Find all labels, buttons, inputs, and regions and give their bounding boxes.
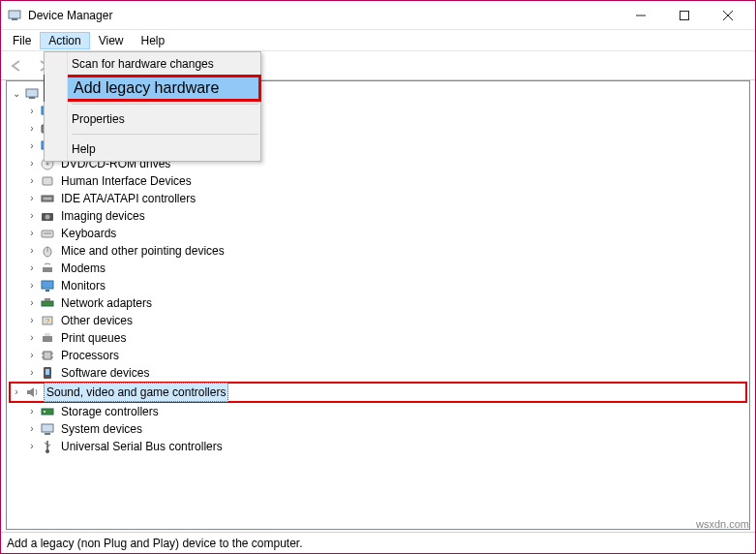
usb-icon [40, 439, 55, 454]
computer-root-icon [24, 86, 40, 102]
status-bar: Add a legacy (non Plug and Play) device … [1, 532, 755, 553]
maximize-button[interactable] [662, 2, 706, 29]
svg-rect-43 [42, 424, 53, 432]
printer-icon [40, 330, 55, 346]
svg-rect-28 [42, 301, 53, 306]
expand-icon[interactable]: › [26, 332, 38, 344]
svg-rect-16 [43, 177, 52, 185]
menu-help-item[interactable]: Help [45, 138, 260, 161]
window-title: Device Manager [28, 9, 619, 22]
tree-item-monitors[interactable]: ›Monitors [9, 277, 747, 294]
menu-bar: File Action View Help [1, 30, 755, 51]
expand-icon[interactable]: › [26, 406, 38, 417]
minimize-button[interactable] [619, 2, 662, 29]
svg-point-45 [45, 449, 49, 453]
storage-icon [40, 404, 55, 419]
svg-rect-26 [42, 281, 53, 289]
back-button[interactable] [7, 55, 28, 77]
tree-item-mice[interactable]: ›Mice and other pointing devices [9, 242, 747, 260]
menu-action[interactable]: Action [40, 32, 89, 49]
expand-icon[interactable]: › [26, 280, 38, 292]
tree-item-sound-label: Sound, video and game controllers [44, 383, 228, 402]
dropdown-separator [72, 104, 258, 105]
menu-properties[interactable]: Properties [45, 108, 260, 131]
svg-rect-40 [45, 369, 49, 375]
expand-icon[interactable]: › [26, 297, 38, 309]
system-icon [40, 421, 55, 437]
expand-icon[interactable]: › [26, 158, 38, 169]
tree-item-processors[interactable]: ›Processors [9, 347, 747, 364]
expand-icon[interactable]: › [26, 441, 38, 452]
tree-item-imaging[interactable]: ›Imaging devices [9, 207, 747, 225]
collapse-icon[interactable]: ⌄ [11, 88, 22, 100]
svg-rect-33 [45, 333, 50, 336]
svg-rect-0 [9, 11, 20, 18]
app-icon [7, 8, 22, 23]
tree-item-software[interactable]: ›Software devices [9, 364, 747, 382]
svg-rect-1 [12, 18, 17, 20]
svg-rect-27 [45, 290, 49, 292]
menu-add-legacy-highlight: Add legacy hardware [44, 75, 261, 102]
title-bar: Device Manager [1, 1, 755, 30]
tree-item-ide[interactable]: ›IDE ATA/ATAPI controllers [9, 190, 747, 207]
svg-rect-44 [45, 433, 50, 435]
svg-rect-7 [29, 97, 35, 99]
status-text: Add a legacy (non Plug and Play) device … [7, 537, 303, 550]
close-button[interactable] [706, 2, 749, 29]
tree-item-modems[interactable]: ›Modems [9, 260, 747, 277]
svg-rect-25 [43, 267, 52, 272]
tree-item-sound[interactable]: › Sound, video and game controllers [11, 384, 228, 401]
tree-item-other[interactable]: ›?Other devices [9, 312, 747, 329]
tree-item-usb[interactable]: ›Universal Serial Bus controllers [9, 438, 747, 455]
svg-rect-3 [680, 11, 688, 19]
svg-point-15 [46, 163, 49, 166]
expand-icon[interactable]: › [26, 140, 38, 152]
svg-rect-32 [43, 336, 52, 342]
modem-icon [40, 261, 55, 276]
svg-text:?: ? [45, 317, 50, 325]
menu-help[interactable]: Help [133, 32, 174, 49]
menu-view[interactable]: View [90, 32, 133, 49]
watermark: wsxdn.com [696, 518, 749, 530]
expand-icon[interactable]: › [26, 210, 38, 222]
svg-rect-18 [44, 198, 51, 200]
menu-file[interactable]: File [4, 32, 40, 49]
mouse-icon [40, 243, 55, 259]
expand-icon[interactable]: › [11, 386, 22, 398]
expand-icon[interactable]: › [26, 245, 38, 257]
expand-icon[interactable]: › [26, 123, 38, 135]
tree-item-network[interactable]: ›Network adapters [9, 294, 747, 312]
tree-item-system[interactable]: ›System devices [9, 420, 747, 438]
expand-icon[interactable]: › [26, 350, 38, 361]
expand-icon[interactable]: › [26, 106, 38, 117]
tree-item-print-queues[interactable]: ›Print queues [9, 329, 747, 347]
svg-rect-6 [26, 89, 38, 97]
menu-scan-hardware[interactable]: Scan for hardware changes [45, 52, 260, 76]
svg-point-20 [45, 215, 50, 220]
expand-icon[interactable]: › [26, 175, 38, 187]
svg-rect-29 [45, 298, 50, 301]
expand-icon[interactable]: › [26, 193, 38, 204]
expand-icon[interactable]: › [26, 228, 38, 239]
expand-icon[interactable]: › [26, 262, 38, 274]
dropdown-separator [72, 134, 258, 135]
expand-icon[interactable]: › [26, 367, 38, 379]
ide-icon [40, 191, 55, 206]
other-icon: ? [40, 313, 55, 328]
expand-icon[interactable]: › [26, 315, 38, 326]
camera-icon [40, 208, 55, 224]
tree-item-keyboards[interactable]: ›Keyboards [9, 225, 747, 242]
tree-item-hid[interactable]: ›Human Interface Devices [9, 172, 747, 190]
monitor-icon [40, 278, 55, 293]
tree-item-storage[interactable]: ›Storage controllers [9, 403, 747, 420]
expand-icon[interactable]: › [26, 423, 38, 435]
network-icon [40, 295, 55, 311]
action-dropdown: Scan for hardware changes Add legacy har… [44, 51, 261, 162]
tree-item-sound-highlight: › Sound, video and game controllers [9, 382, 747, 403]
svg-rect-34 [44, 352, 51, 359]
speaker-icon [24, 385, 40, 400]
hid-icon [40, 173, 55, 189]
software-icon [40, 365, 55, 381]
cpu-icon [40, 348, 55, 363]
menu-add-legacy-hardware[interactable]: Add legacy hardware [46, 77, 258, 99]
